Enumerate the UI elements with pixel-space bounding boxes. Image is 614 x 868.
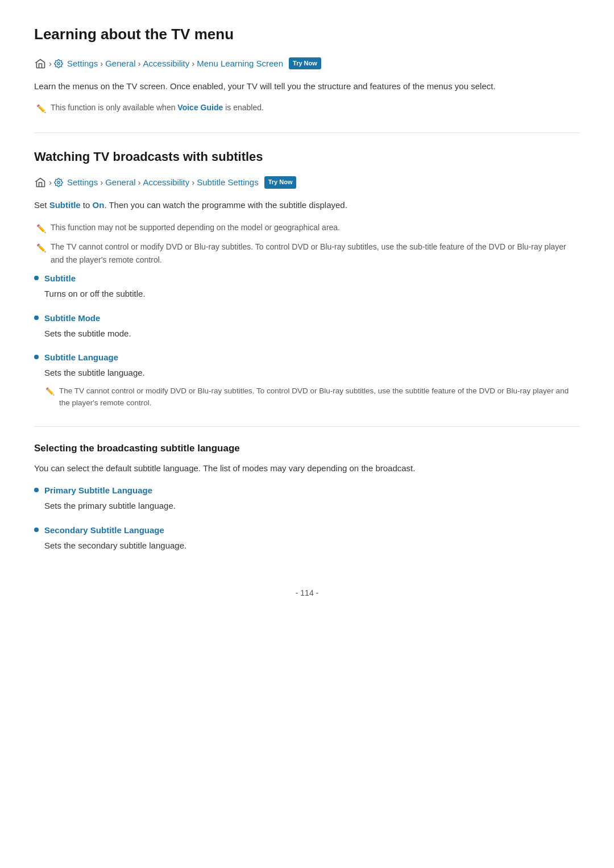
breadcrumb-accessibility-2[interactable]: Accessibility	[143, 176, 190, 189]
bullet-desc-primary-lang: Sets the primary subtitle language.	[44, 501, 176, 510]
note-row-2b: ✏️ The TV cannot control or modify DVD o…	[36, 240, 580, 266]
list-item-subtitle: Subtitle Turns on or off the subtitle.	[34, 272, 580, 301]
section-subtitles: Watching TV broadcasts with subtitles › …	[34, 147, 580, 409]
breadcrumb-settings-1[interactable]: Settings	[67, 57, 98, 70]
breadcrumb-general-2[interactable]: General	[105, 176, 135, 189]
bullet-dot-2	[34, 315, 39, 320]
breadcrumb-last-1[interactable]: Menu Learning Screen	[197, 57, 283, 70]
pencil-icon-sub: ✏️	[45, 386, 55, 398]
pencil-icon-2b: ✏️	[36, 242, 46, 254]
bullet-link-primary-lang[interactable]: Primary Subtitle Language	[44, 484, 580, 497]
bullet-link-secondary-lang[interactable]: Secondary Subtitle Language	[44, 524, 580, 537]
breadcrumb-1: › Settings › General › Accessibility › M…	[34, 57, 580, 70]
subsection-title-3: Selecting the broadcasting subtitle lang…	[34, 441, 580, 456]
page-number: - 114 -	[34, 587, 580, 599]
svg-point-1	[57, 181, 60, 184]
home-icon	[34, 57, 47, 70]
bullet-content-5: Secondary Subtitle Language Sets the sec…	[44, 524, 580, 553]
settings-icon-2	[54, 178, 65, 187]
bullet-dot-3	[34, 355, 39, 359]
list-item-primary-lang: Primary Subtitle Language Sets the prima…	[34, 484, 580, 513]
page-title-1: Learning about the TV menu	[34, 23, 580, 47]
note-row-1: ✏️ This function is only available when …	[36, 101, 580, 115]
section-learning: Learning about the TV menu › Settings › …	[34, 23, 580, 115]
sub-note-row: ✏️ The TV cannot control or modify DVD o…	[45, 385, 580, 409]
bullet-desc-subtitle-lang: Sets the subtitle language.	[44, 368, 145, 377]
list-item-subtitle-lang: Subtitle Language Sets the subtitle lang…	[34, 351, 580, 409]
note-text-2b: The TV cannot control or modify DVD or B…	[51, 240, 580, 266]
divider-2	[34, 426, 580, 427]
bullet-dot-5	[34, 528, 39, 532]
bullet-desc-secondary-lang: Sets the secondary subtitle language.	[44, 541, 186, 550]
bullet-content-3: Subtitle Language Sets the subtitle lang…	[44, 351, 580, 409]
description-3: You can select the default subtitle lang…	[34, 462, 580, 476]
set-instruction: Set Subtitle to On. Then you can watch t…	[34, 198, 580, 212]
breadcrumb-general-1[interactable]: General	[105, 57, 135, 70]
bullet-link-subtitle[interactable]: Subtitle	[44, 272, 580, 285]
bullets-2: Subtitle Turns on or off the subtitle. S…	[34, 272, 580, 409]
bullet-desc-subtitle-mode: Sets the subtitle mode.	[44, 329, 131, 338]
bullets-3: Primary Subtitle Language Sets the prima…	[34, 484, 580, 553]
breadcrumb-2: › Settings › General › Accessibility › S…	[34, 176, 580, 189]
bullet-link-subtitle-lang[interactable]: Subtitle Language	[44, 351, 580, 364]
note-text-1: This function is only available when Voi…	[51, 101, 264, 114]
note-row-2a: ✏️ This function may not be supported de…	[36, 221, 580, 235]
sep-1: ›	[49, 57, 52, 70]
settings-icon-1	[54, 59, 65, 68]
bullet-content-2: Subtitle Mode Sets the subtitle mode.	[44, 312, 580, 341]
bullet-content-4: Primary Subtitle Language Sets the prima…	[44, 484, 580, 513]
section-title-2: Watching TV broadcasts with subtitles	[34, 147, 580, 167]
pencil-icon-2a: ✏️	[36, 222, 46, 235]
try-now-badge-2[interactable]: Try Now	[264, 176, 297, 189]
description-1: Learn the menus on the TV screen. Once e…	[34, 80, 580, 94]
breadcrumb-accessibility-1[interactable]: Accessibility	[143, 57, 190, 70]
home-icon-2	[34, 176, 47, 189]
bullet-desc-subtitle: Turns on or off the subtitle.	[44, 289, 146, 298]
try-now-badge-1[interactable]: Try Now	[289, 57, 321, 70]
sub-note-text: The TV cannot control or modify DVD or B…	[59, 385, 580, 409]
bullet-dot-1	[34, 276, 39, 280]
breadcrumb-settings-2[interactable]: Settings	[67, 176, 98, 189]
bullet-dot-4	[34, 488, 39, 492]
section-broadcasting: Selecting the broadcasting subtitle lang…	[34, 441, 580, 553]
divider-1	[34, 132, 580, 133]
list-item-subtitle-mode: Subtitle Mode Sets the subtitle mode.	[34, 312, 580, 341]
pencil-icon-1: ✏️	[36, 102, 46, 115]
svg-point-0	[57, 63, 60, 65]
bullet-content-1: Subtitle Turns on or off the subtitle.	[44, 272, 580, 301]
list-item-secondary-lang: Secondary Subtitle Language Sets the sec…	[34, 524, 580, 553]
breadcrumb-last-2[interactable]: Subtitle Settings	[197, 176, 258, 189]
note-text-2a: This function may not be supported depen…	[51, 221, 340, 234]
bullet-link-subtitle-mode[interactable]: Subtitle Mode	[44, 312, 580, 325]
